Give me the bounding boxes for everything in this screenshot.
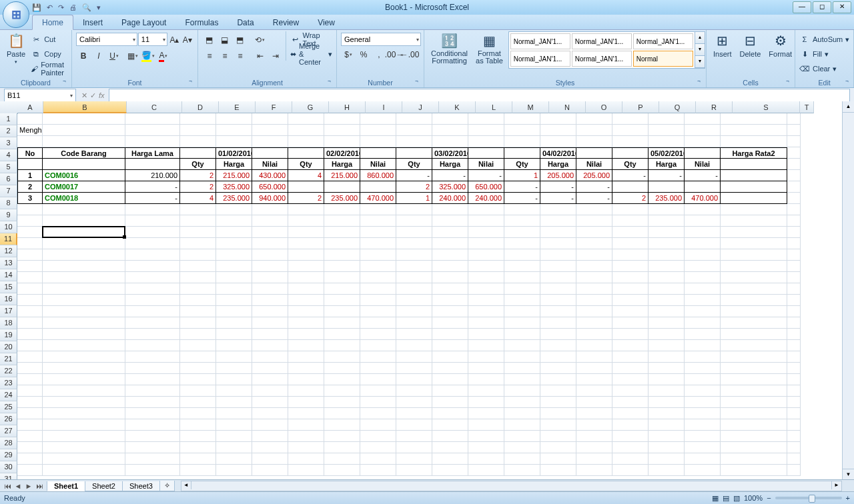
cancel-formula-icon[interactable]: ✕ bbox=[81, 91, 87, 100]
view-normal-icon[interactable]: ▦ bbox=[712, 494, 719, 503]
formula-input[interactable] bbox=[109, 89, 850, 102]
sheet-nav-next[interactable]: ► bbox=[24, 482, 33, 490]
zoom-slider[interactable] bbox=[775, 497, 842, 499]
qat-undo-icon[interactable]: ↶ bbox=[47, 3, 53, 12]
select-all-corner[interactable] bbox=[0, 101, 18, 114]
view-pagebreak-icon[interactable]: ▧ bbox=[733, 494, 740, 503]
paste-button[interactable]: 📋Paste▾ bbox=[4, 31, 28, 66]
group-label-clipboard: Clipboard bbox=[4, 78, 67, 87]
fill-button[interactable]: ⬇Fill ▾ bbox=[799, 47, 849, 61]
qat-preview-icon[interactable]: 🔍 bbox=[82, 3, 91, 12]
fill-icon: ⬇ bbox=[799, 50, 810, 59]
zoom-out-button[interactable]: − bbox=[767, 494, 771, 502]
align-right-button[interactable]: ≡ bbox=[233, 49, 248, 63]
tab-formulas[interactable]: Formulas bbox=[175, 15, 228, 29]
paste-icon: 📋 bbox=[8, 33, 25, 49]
delete-cells-button[interactable]: ⊟Delete bbox=[737, 31, 764, 59]
increase-indent-button[interactable]: ⇥ bbox=[268, 49, 283, 63]
office-button[interactable]: ⊞ bbox=[3, 1, 29, 28]
window-title: Book1 - Microsoft Excel bbox=[385, 3, 469, 12]
border-button[interactable]: ▦ bbox=[125, 49, 140, 63]
sheet-nav-prev[interactable]: ◄ bbox=[13, 482, 23, 490]
group-label-editing: Edit bbox=[799, 78, 849, 87]
maximize-button[interactable]: ◻ bbox=[813, 1, 831, 13]
view-layout-icon[interactable]: ▤ bbox=[723, 494, 729, 503]
insert-icon: ⊞ bbox=[717, 33, 728, 49]
format-as-table-button[interactable]: ▦Format as Table bbox=[473, 31, 506, 66]
close-button[interactable]: ✕ bbox=[833, 1, 851, 13]
accounting-format-button[interactable]: $ bbox=[341, 47, 356, 62]
shrink-font-button[interactable]: A▾ bbox=[181, 33, 193, 47]
copy-button[interactable]: ⧉Copy bbox=[31, 47, 67, 61]
clear-button[interactable]: ⌫Clear ▾ bbox=[799, 62, 849, 75]
style-item[interactable]: Normal_JAN'1... bbox=[510, 33, 570, 49]
style-item[interactable]: Normal_JAN'1... bbox=[633, 33, 693, 49]
qat-redo-icon[interactable]: ↷ bbox=[58, 3, 64, 12]
insert-cells-button[interactable]: ⊞Insert bbox=[711, 31, 735, 59]
worksheet-grid[interactable]: ABCDEFGHIJKLMNOPQRST 1234567891011121314… bbox=[0, 101, 854, 480]
align-bottom-button[interactable]: ⬒ bbox=[233, 33, 248, 47]
percent-button[interactable]: % bbox=[356, 47, 371, 62]
new-sheet-button[interactable]: ✧ bbox=[159, 481, 175, 491]
fill-color-button[interactable]: 🪣 bbox=[141, 49, 155, 63]
orientation-button[interactable]: ⟲ bbox=[253, 33, 268, 47]
brush-icon: 🖌 bbox=[31, 65, 38, 73]
bold-button[interactable]: B bbox=[76, 49, 91, 63]
merge-center-button[interactable]: ⬌Merge & Center ▾ bbox=[290, 47, 332, 61]
align-center-button[interactable]: ≡ bbox=[218, 49, 232, 63]
cut-button[interactable]: ✂Cut bbox=[31, 33, 67, 46]
style-item[interactable]: Normal_JAN'1... bbox=[510, 51, 570, 67]
vertical-scrollbar[interactable] bbox=[842, 101, 854, 480]
font-size-combo[interactable]: 11 bbox=[138, 33, 168, 46]
autosum-button[interactable]: ΣAutoSum ▾ bbox=[799, 33, 849, 46]
ribbon-tabs: Home Insert Page Layout Formulas Data Re… bbox=[0, 15, 854, 30]
sheet-nav-last[interactable]: ⏭ bbox=[35, 482, 44, 490]
qat-save-icon[interactable]: 💾 bbox=[32, 3, 41, 12]
qat-print-icon[interactable]: 🖨 bbox=[69, 3, 77, 11]
underline-button[interactable]: U bbox=[107, 49, 121, 63]
enter-formula-icon[interactable]: ✓ bbox=[90, 91, 96, 100]
quick-access-toolbar: 💾 ↶ ↷ 🖨 🔍 ▾ bbox=[32, 0, 101, 15]
font-name-combo[interactable]: Calibri bbox=[76, 33, 137, 46]
table-icon: ▦ bbox=[483, 33, 496, 49]
tab-home[interactable]: Home bbox=[32, 15, 73, 30]
name-box[interactable]: B11 bbox=[4, 89, 76, 102]
format-cells-button[interactable]: ⚙Format bbox=[766, 31, 795, 59]
gallery-scroll[interactable]: ▴▾▾ bbox=[695, 31, 705, 69]
grow-font-button[interactable]: A▴ bbox=[168, 33, 180, 47]
qat-more-icon[interactable]: ▾ bbox=[97, 3, 101, 12]
minimize-button[interactable]: — bbox=[793, 1, 811, 13]
sheet-tab-3[interactable]: Sheet3 bbox=[122, 481, 160, 491]
format-painter-button[interactable]: 🖌Format Painter bbox=[31, 62, 67, 75]
style-item[interactable]: Normal_JAN'1... bbox=[572, 51, 632, 67]
tab-review[interactable]: Review bbox=[264, 15, 308, 29]
sheet-tab-bar: ⏮◄►⏭ Sheet1 Sheet2 Sheet3 ✧ bbox=[0, 479, 854, 492]
conditional-formatting-button[interactable]: 🔢Conditional Formatting bbox=[428, 31, 470, 66]
decrease-indent-button[interactable]: ⇤ bbox=[253, 49, 268, 63]
sheet-tab-2[interactable]: Sheet2 bbox=[85, 481, 123, 491]
sheet-tab-1[interactable]: Sheet1 bbox=[47, 481, 85, 491]
cut-icon: ✂ bbox=[31, 35, 41, 44]
tab-page-layout[interactable]: Page Layout bbox=[112, 15, 175, 29]
italic-button[interactable]: I bbox=[91, 49, 106, 63]
tab-view[interactable]: View bbox=[308, 15, 344, 29]
sheet-nav-first[interactable]: ⏮ bbox=[3, 482, 12, 490]
zoom-level[interactable]: 100% bbox=[744, 494, 763, 502]
align-top-button[interactable]: ⬒ bbox=[202, 33, 217, 47]
cell-styles-gallery[interactable]: Normal_JAN'1... Normal_JAN'1... Normal_J… bbox=[508, 31, 695, 69]
row-headers[interactable]: 1234567891011121314151617181920212223242… bbox=[0, 113, 17, 480]
align-left-button[interactable]: ≡ bbox=[202, 49, 217, 63]
align-middle-button[interactable]: ⬓ bbox=[218, 33, 232, 47]
decrease-decimal-button[interactable]: ←.00 bbox=[402, 47, 417, 62]
fx-icon[interactable]: fx bbox=[99, 91, 105, 100]
horizontal-scrollbar[interactable] bbox=[181, 481, 842, 491]
cells-area[interactable]: Menghitung harga rata2NoCode BarangHarga… bbox=[17, 113, 801, 476]
number-format-combo[interactable]: General bbox=[341, 33, 421, 46]
column-headers[interactable]: ABCDEFGHIJKLMNOPQRST bbox=[17, 101, 814, 113]
style-item[interactable]: Normal_JAN'1... bbox=[572, 33, 632, 49]
zoom-in-button[interactable]: + bbox=[846, 494, 850, 502]
font-color-button[interactable]: A bbox=[156, 49, 171, 63]
tab-insert[interactable]: Insert bbox=[73, 15, 112, 29]
tab-data[interactable]: Data bbox=[228, 15, 263, 29]
style-item-normal[interactable]: Normal bbox=[633, 51, 693, 67]
